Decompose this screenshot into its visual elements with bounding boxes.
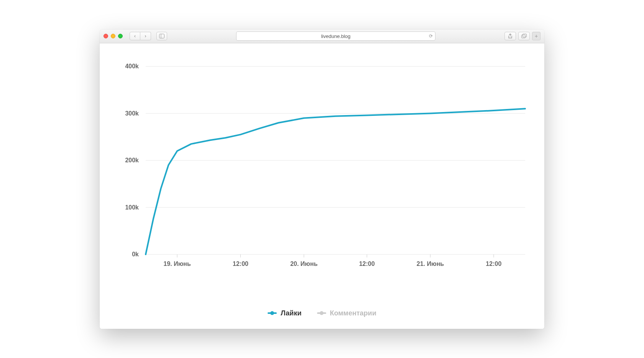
x-tick-label: 20. Июнь — [290, 261, 318, 267]
y-tick-label: 400k — [125, 63, 139, 69]
chevron-right-icon: › — [145, 33, 146, 39]
forward-button[interactable]: › — [140, 32, 151, 40]
plus-icon: + — [535, 33, 538, 39]
url-text: livedune.blog — [321, 33, 351, 39]
browser-window: ‹ › livedune.blog ⟳ — [100, 30, 544, 329]
close-window-button[interactable] — [104, 34, 108, 38]
reload-icon[interactable]: ⟳ — [429, 33, 433, 39]
legend-swatch-comments — [317, 312, 326, 314]
chart: 0k100k200k300k400k19. Июнь12:0020. Июнь1… — [107, 59, 537, 298]
chart-legend: Лайки Комментарии — [107, 298, 537, 317]
x-tick-label: 21. Июнь — [417, 261, 444, 267]
x-tick-label: 12:00 — [486, 261, 501, 267]
svg-rect-2 — [522, 35, 526, 38]
x-tick-label: 19. Июнь — [163, 261, 191, 267]
chevron-left-icon: ‹ — [134, 33, 136, 39]
back-button[interactable]: ‹ — [130, 32, 140, 40]
legend-label-likes: Лайки — [281, 309, 301, 317]
legend-swatch-likes — [268, 312, 277, 314]
tabs-button[interactable] — [518, 32, 530, 40]
browser-titlebar: ‹ › livedune.blog ⟳ — [100, 30, 544, 43]
y-tick-label: 100k — [125, 204, 139, 210]
legend-label-comments: Комментарии — [330, 309, 376, 317]
series-line — [146, 109, 525, 254]
x-tick-label: 12:00 — [233, 261, 248, 267]
maximize-window-button[interactable] — [118, 34, 123, 38]
new-tab-button[interactable]: + — [532, 32, 540, 40]
share-icon — [508, 33, 513, 39]
y-tick-label: 0k — [132, 251, 139, 257]
page-content: 0k100k200k300k400k19. Июнь12:0020. Июнь1… — [100, 43, 544, 329]
sidebar-icon — [159, 34, 164, 38]
nav-buttons: ‹ › — [130, 32, 151, 40]
window-controls — [104, 34, 123, 38]
svg-rect-0 — [159, 34, 164, 38]
share-button[interactable] — [504, 32, 516, 40]
address-bar[interactable]: livedune.blog ⟳ — [236, 31, 435, 41]
x-tick-label: 12:00 — [359, 261, 375, 267]
tabs-icon — [521, 34, 527, 38]
y-tick-label: 300k — [125, 110, 139, 116]
sidebar-toggle-button[interactable] — [156, 32, 167, 40]
svg-rect-3 — [523, 34, 527, 37]
legend-item-comments[interactable]: Комментарии — [317, 309, 376, 317]
legend-item-likes[interactable]: Лайки — [268, 309, 301, 317]
minimize-window-button[interactable] — [111, 34, 115, 38]
y-tick-label: 200k — [125, 157, 139, 163]
